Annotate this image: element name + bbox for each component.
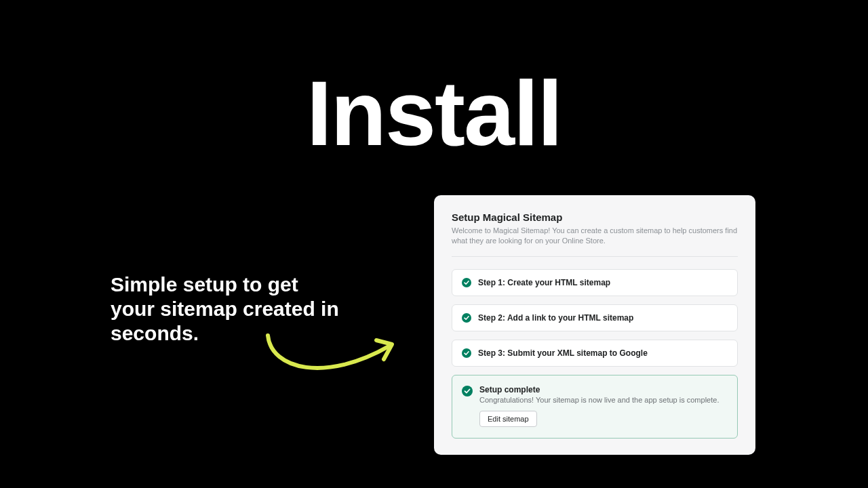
divider: [452, 256, 738, 257]
setup-complete-box: Setup complete Congratulations! Your sit…: [452, 375, 738, 439]
check-circle-icon: [462, 313, 471, 323]
card-title: Setup Magical Sitemap: [452, 211, 738, 223]
hero-title: Install: [0, 61, 868, 166]
check-circle-icon: [462, 278, 471, 287]
card-description: Welcome to Magical Sitemap! You can crea…: [452, 226, 738, 247]
setup-step-1[interactable]: Step 1: Create your HTML sitemap: [452, 269, 738, 296]
setup-step-2[interactable]: Step 2: Add a link to your HTML sitemap: [452, 304, 738, 331]
step-label: Step 1: Create your HTML sitemap: [478, 278, 610, 287]
complete-description: Congratulations! Your sitemap is now liv…: [479, 396, 728, 404]
setup-step-3[interactable]: Step 3: Submit your XML sitemap to Googl…: [452, 340, 738, 367]
arrow-icon: [258, 332, 400, 386]
edit-sitemap-button[interactable]: Edit sitemap: [479, 411, 537, 427]
svg-point-2: [462, 348, 471, 358]
svg-point-3: [462, 386, 473, 396]
svg-point-0: [462, 278, 471, 287]
complete-title: Setup complete: [479, 385, 728, 394]
step-label: Step 2: Add a link to your HTML sitemap: [478, 313, 633, 323]
setup-card: Setup Magical Sitemap Welcome to Magical…: [434, 195, 755, 455]
check-circle-icon: [462, 386, 473, 396]
step-label: Step 3: Submit your XML sitemap to Googl…: [478, 348, 648, 358]
check-circle-icon: [462, 348, 471, 358]
svg-point-1: [462, 313, 471, 323]
